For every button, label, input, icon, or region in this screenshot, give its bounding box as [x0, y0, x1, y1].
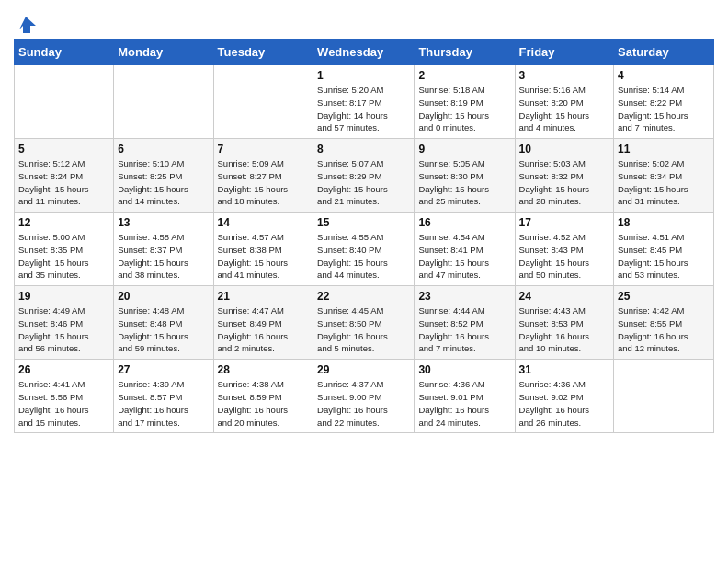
day-info: Sunrise: 5:02 AMSunset: 8:34 PMDaylight:…	[618, 157, 710, 208]
day-info: Sunrise: 4:38 AMSunset: 8:59 PMDaylight:…	[218, 378, 310, 429]
day-info: Sunrise: 4:48 AMSunset: 8:48 PMDaylight:…	[118, 304, 209, 355]
day-number: 15	[317, 216, 410, 229]
day-info: Sunrise: 5:00 AMSunset: 8:35 PMDaylight:…	[18, 231, 109, 282]
calendar-cell: 25Sunrise: 4:42 AMSunset: 8:55 PMDayligh…	[614, 286, 714, 360]
day-info: Sunrise: 5:03 AMSunset: 8:32 PMDaylight:…	[519, 157, 610, 208]
calendar-cell: 12Sunrise: 5:00 AMSunset: 8:35 PMDayligh…	[15, 213, 114, 286]
day-info: Sunrise: 4:51 AMSunset: 8:45 PMDaylight:…	[618, 231, 710, 282]
calendar-cell: 23Sunrise: 4:44 AMSunset: 8:52 PMDayligh…	[415, 286, 515, 360]
day-number: 13	[118, 216, 209, 229]
day-number: 16	[418, 216, 510, 229]
day-number: 17	[519, 216, 610, 229]
day-number: 19	[18, 290, 109, 303]
day-number: 14	[218, 216, 310, 229]
day-info: Sunrise: 4:47 AMSunset: 8:49 PMDaylight:…	[218, 304, 310, 355]
day-number: 5	[18, 143, 109, 155]
calendar-cell: 30Sunrise: 4:36 AMSunset: 9:01 PMDayligh…	[415, 360, 515, 433]
calendar-cell	[114, 65, 213, 139]
calendar-cell	[614, 360, 714, 433]
day-number: 30	[418, 363, 510, 376]
day-info: Sunrise: 5:05 AMSunset: 8:30 PMDaylight:…	[418, 157, 510, 208]
calendar-cell: 17Sunrise: 4:52 AMSunset: 8:43 PMDayligh…	[515, 213, 614, 286]
calendar-cell: 13Sunrise: 4:58 AMSunset: 8:37 PMDayligh…	[114, 213, 213, 286]
calendar-cell: 29Sunrise: 4:37 AMSunset: 9:00 PMDayligh…	[313, 360, 415, 433]
calendar-cell: 19Sunrise: 4:49 AMSunset: 8:46 PMDayligh…	[15, 286, 114, 360]
calendar-cell: 4Sunrise: 5:14 AMSunset: 8:22 PMDaylight…	[614, 65, 714, 139]
day-number: 26	[18, 363, 109, 376]
day-info: Sunrise: 5:14 AMSunset: 8:22 PMDaylight:…	[618, 84, 710, 134]
calendar-cell: 2Sunrise: 5:18 AMSunset: 8:19 PMDaylight…	[415, 65, 515, 139]
day-number: 1	[317, 69, 410, 82]
day-number: 7	[218, 143, 310, 155]
calendar-cell	[15, 65, 114, 139]
day-number: 29	[317, 363, 410, 376]
day-number: 18	[618, 216, 710, 229]
day-number: 8	[317, 143, 410, 155]
day-info: Sunrise: 5:07 AMSunset: 8:29 PMDaylight:…	[317, 157, 410, 208]
day-info: Sunrise: 4:57 AMSunset: 8:38 PMDaylight:…	[218, 231, 310, 282]
day-number: 27	[118, 363, 209, 376]
calendar-cell: 24Sunrise: 4:43 AMSunset: 8:53 PMDayligh…	[515, 286, 614, 360]
day-info: Sunrise: 4:39 AMSunset: 8:57 PMDaylight:…	[118, 378, 209, 429]
calendar-cell: 27Sunrise: 4:39 AMSunset: 8:57 PMDayligh…	[114, 360, 213, 433]
calendar-cell	[213, 65, 313, 139]
header-thursday: Thursday	[415, 40, 515, 65]
week-row-4: 19Sunrise: 4:49 AMSunset: 8:46 PMDayligh…	[15, 286, 714, 360]
calendar-cell: 20Sunrise: 4:48 AMSunset: 8:48 PMDayligh…	[114, 286, 213, 360]
svg-marker-0	[19, 17, 36, 33]
day-number: 11	[618, 143, 710, 155]
day-info: Sunrise: 4:44 AMSunset: 8:52 PMDaylight:…	[418, 304, 510, 355]
header-sunday: Sunday	[15, 40, 114, 65]
logo	[14, 13, 36, 33]
day-number: 3	[519, 69, 610, 82]
day-number: 21	[218, 290, 310, 303]
calendar-cell: 26Sunrise: 4:41 AMSunset: 8:56 PMDayligh…	[15, 360, 114, 433]
calendar-cell: 15Sunrise: 4:55 AMSunset: 8:40 PMDayligh…	[313, 213, 415, 286]
day-number: 10	[519, 143, 610, 155]
calendar-cell: 10Sunrise: 5:03 AMSunset: 8:32 PMDayligh…	[515, 139, 614, 213]
day-number: 24	[519, 290, 610, 303]
calendar-cell: 16Sunrise: 4:54 AMSunset: 8:41 PMDayligh…	[415, 213, 515, 286]
calendar-cell: 18Sunrise: 4:51 AMSunset: 8:45 PMDayligh…	[614, 213, 714, 286]
header-row: SundayMondayTuesdayWednesdayThursdayFrid…	[15, 40, 714, 65]
header-monday: Monday	[114, 40, 213, 65]
day-number: 25	[618, 290, 710, 303]
calendar-table: SundayMondayTuesdayWednesdayThursdayFrid…	[14, 39, 714, 433]
day-info: Sunrise: 4:55 AMSunset: 8:40 PMDaylight:…	[317, 231, 410, 282]
day-number: 4	[618, 69, 710, 82]
day-number: 2	[418, 69, 510, 82]
day-info: Sunrise: 4:37 AMSunset: 9:00 PMDaylight:…	[317, 378, 410, 429]
header	[14, 9, 714, 33]
calendar-cell: 1Sunrise: 5:20 AMSunset: 8:17 PMDaylight…	[313, 65, 415, 139]
day-info: Sunrise: 4:43 AMSunset: 8:53 PMDaylight:…	[519, 304, 610, 355]
calendar-cell: 3Sunrise: 5:16 AMSunset: 8:20 PMDaylight…	[515, 65, 614, 139]
week-row-2: 5Sunrise: 5:12 AMSunset: 8:24 PMDaylight…	[15, 139, 714, 213]
week-row-5: 26Sunrise: 4:41 AMSunset: 8:56 PMDayligh…	[15, 360, 714, 433]
header-friday: Friday	[515, 40, 614, 65]
day-number: 28	[218, 363, 310, 376]
day-info: Sunrise: 5:09 AMSunset: 8:27 PMDaylight:…	[218, 157, 310, 208]
calendar-cell: 5Sunrise: 5:12 AMSunset: 8:24 PMDaylight…	[15, 139, 114, 213]
day-info: Sunrise: 4:52 AMSunset: 8:43 PMDaylight:…	[519, 231, 610, 282]
calendar-cell: 9Sunrise: 5:05 AMSunset: 8:30 PMDaylight…	[415, 139, 515, 213]
day-info: Sunrise: 5:10 AMSunset: 8:25 PMDaylight:…	[118, 157, 209, 208]
day-info: Sunrise: 4:42 AMSunset: 8:55 PMDaylight:…	[618, 304, 710, 355]
calendar-cell: 14Sunrise: 4:57 AMSunset: 8:38 PMDayligh…	[213, 213, 313, 286]
day-number: 6	[118, 143, 209, 155]
header-tuesday: Tuesday	[213, 40, 313, 65]
day-info: Sunrise: 5:20 AMSunset: 8:17 PMDaylight:…	[317, 84, 410, 134]
day-info: Sunrise: 5:16 AMSunset: 8:20 PMDaylight:…	[519, 84, 610, 134]
day-number: 22	[317, 290, 410, 303]
day-info: Sunrise: 4:36 AMSunset: 9:01 PMDaylight:…	[418, 378, 510, 429]
logo-icon	[16, 13, 36, 33]
day-number: 12	[18, 216, 109, 229]
day-info: Sunrise: 5:12 AMSunset: 8:24 PMDaylight:…	[18, 157, 109, 208]
calendar-cell: 28Sunrise: 4:38 AMSunset: 8:59 PMDayligh…	[213, 360, 313, 433]
calendar-cell: 31Sunrise: 4:36 AMSunset: 9:02 PMDayligh…	[515, 360, 614, 433]
day-number: 23	[418, 290, 510, 303]
day-info: Sunrise: 4:49 AMSunset: 8:46 PMDaylight:…	[18, 304, 109, 355]
day-info: Sunrise: 4:58 AMSunset: 8:37 PMDaylight:…	[118, 231, 209, 282]
header-saturday: Saturday	[614, 40, 714, 65]
day-info: Sunrise: 4:45 AMSunset: 8:50 PMDaylight:…	[317, 304, 410, 355]
day-info: Sunrise: 4:36 AMSunset: 9:02 PMDaylight:…	[519, 378, 610, 429]
